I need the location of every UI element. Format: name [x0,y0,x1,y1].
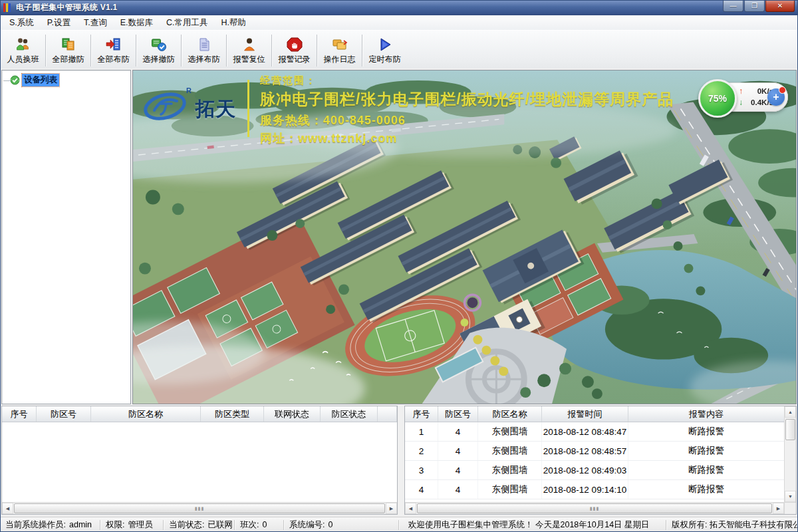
menu-help[interactable]: H.帮助 [215,15,253,31]
app-window: 电子围栏集中管理系统 V1.1 — ❐ ✕ S.系统 P.设置 T.查询 E.数… [0,0,798,532]
alarm-row[interactable]: 3 4 东侧围墙 2018-08-12 08:49:03 断路报警 [405,461,784,480]
disarm-all-icon [60,37,77,53]
scroll-down-arrow[interactable]: ▼ [785,491,796,502]
disarm-all-button[interactable]: 全部撤防 [47,31,90,70]
tree-label-device-list[interactable]: 设备列表 [22,74,59,86]
close-button[interactable]: ✕ [765,0,795,12]
timed-arm-button[interactable]: 定时布防 [363,31,406,70]
scroll-up-arrow[interactable]: ▲ [785,406,796,418]
alarm-reset-button[interactable]: 报警复位 [227,31,271,70]
cell-seq: 3 [405,461,438,479]
welcome-text: 欢迎使用电子围栏集中管理系统！ 今天是2018年10月14日 星期日 [408,519,650,531]
alarm-row[interactable]: 2 4 东侧围墙 2018-08-12 08:48:57 断路报警 [405,442,784,461]
cell-seq: 2 [405,442,438,460]
minimize-button[interactable]: — [723,0,743,12]
banner-website: 网址：www.ttznkj.com [260,130,674,146]
menu-database[interactable]: E.数据库 [114,15,160,31]
cell-zone-name: 东侧围墙 [478,422,542,441]
menu-bar: S.系统 P.设置 T.查询 E.数据库 C.常用工具 H.帮助 [0,15,798,31]
scroll-right-arrow[interactable]: ▶ [386,503,397,514]
cell-zone-no: 4 [438,461,478,479]
bottom-tables-area: 序号 防区号 防区名称 防区类型 联网状态 防区状态 ◀ ▮▮▮ ▶ 序号 [0,406,798,515]
col-seq[interactable]: 序号 [2,406,37,422]
menu-system[interactable]: S.系统 [3,15,41,31]
menu-query[interactable]: T.查询 [77,15,114,31]
zone-hscrollbar[interactable]: ◀ ▮▮▮ ▶ [2,502,397,514]
col-zone-type[interactable]: 防区类型 [201,406,264,422]
toolbar-separator [226,35,227,66]
col-zone-no[interactable]: 防区号 [37,406,91,422]
col-alarm-time[interactable]: 报警时间 [542,406,628,422]
toolbar-separator [317,35,317,66]
menu-tools[interactable]: C.常用工具 [160,15,215,31]
app-icon [3,3,12,12]
timed-arm-icon [376,37,394,53]
device-tree-panel: — 设备列表 [1,70,131,404]
memory-percent-ball[interactable]: 75% [698,79,737,118]
cell-seq: 1 [405,422,438,441]
zone-table-header: 序号 防区号 防区名称 防区类型 联网状态 防区状态 [2,406,397,422]
cell-alarm-content: 断路报警 [628,422,784,441]
operator-label: 当前系统操作员: [5,519,66,531]
arm-all-icon [105,37,122,53]
alarm-row[interactable]: 4 4 东侧围墙 2018-08-12 09:14:10 断路报警 [405,480,784,499]
banner-scope-title: 经营范围： [260,74,674,87]
col-zone-state[interactable]: 防区状态 [321,406,378,422]
permission-value: 管理员 [128,519,153,531]
arm-all-button[interactable]: 全部布防 [92,31,135,70]
toolbar-separator [362,35,362,66]
select-arm-icon [196,37,213,53]
restore-button[interactable]: ❐ [744,0,765,12]
alarm-table-header: 序号 防区号 防区名称 报警时间 报警内容 [405,406,784,422]
toolbar-separator [181,35,182,66]
tool-label: 报警复位 [233,54,265,65]
alarm-vscrollbar[interactable]: ▲ ▼ [784,406,796,514]
col-zone-no[interactable]: 防区号 [438,406,478,422]
zone-table-body [2,422,397,502]
cell-zone-no: 4 [438,442,478,460]
cell-zone-name: 东侧围墙 [478,480,542,499]
cell-zone-name: 东侧围墙 [478,461,542,479]
operation-log-button[interactable]: 操作日志 [318,31,361,70]
upload-arrow-icon: ↑ [739,86,743,96]
scroll-left-arrow[interactable]: ◀ [405,503,416,514]
alarm-reset-icon [241,37,258,53]
alarm-hscrollbar[interactable]: ◀ ▮▮▮ ▶ [405,502,784,514]
toolbar-separator [90,35,91,66]
col-zone-name[interactable]: 防区名称 [91,406,201,422]
scroll-right-arrow[interactable]: ▶ [773,503,784,514]
operator-value: admin [69,520,92,529]
main-area: — 设备列表 [0,68,798,406]
col-zone-name[interactable]: 防区名称 [478,406,542,422]
select-arm-button[interactable]: 选择布防 [182,31,225,70]
scroll-left-arrow[interactable]: ◀ [2,503,13,514]
alarm-record-table: 序号 防区号 防区名称 报警时间 报警内容 1 4 东侧围墙 2018-08-1… [404,406,797,515]
tool-label: 选择布防 [188,54,220,65]
toolbar: 人员换班 全部撤防 全部布防 选择撤防 [0,30,798,71]
vscroll-thumb[interactable] [785,419,795,440]
net-speed-widget[interactable]: 75% ↑ 0K/s ↓ 0.4K/s + [700,82,788,112]
col-net-state[interactable]: 联网状态 [264,406,321,422]
staff-shift-button[interactable]: 人员换班 [1,31,45,70]
col-alarm-content[interactable]: 报警内容 [628,406,784,422]
cell-alarm-content: 断路报警 [628,442,784,460]
menu-settings[interactable]: P.设置 [41,15,77,31]
hscroll-thumb[interactable]: ▮▮▮ [417,503,772,513]
hscroll-thumb[interactable]: ▮▮▮ [14,503,385,513]
notification-dot [779,86,786,94]
cell-alarm-content: 断路报警 [628,461,784,479]
tree-item-device-list[interactable]: — 设备列表 [2,70,130,86]
alarm-table-body: 1 4 东侧围墙 2018-08-12 08:48:47 断路报警 2 4 东侧… [405,422,784,502]
state-value: 已联网 [207,519,233,531]
toolbar-separator [271,35,272,66]
cell-alarm-time: 2018-08-12 08:48:57 [542,442,628,460]
select-disarm-button[interactable]: 选择撤防 [137,31,180,70]
device-status-icon [10,75,20,85]
col-seq[interactable]: 序号 [405,406,438,422]
logo-registered-mark: R [186,86,192,94]
state-label: 当前状态: [169,519,204,531]
alarm-row[interactable]: 1 4 东侧围墙 2018-08-12 08:48:47 断路报警 [405,422,784,442]
tool-label: 报警记录 [279,54,311,65]
tool-label: 操作日志 [324,54,356,65]
alarm-record-button[interactable]: 报警记录 [273,31,316,70]
